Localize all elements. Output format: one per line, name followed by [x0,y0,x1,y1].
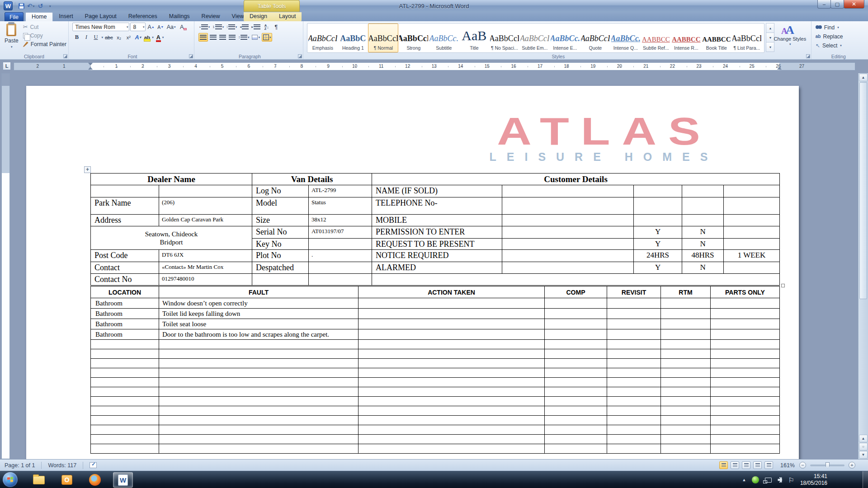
key-no-value[interactable] [309,239,372,250]
find-button[interactable]: Find▾ [816,23,862,32]
italic-button[interactable]: I [82,33,90,42]
align-right-button[interactable] [218,33,227,42]
mobile-label[interactable]: MOBILE [372,215,502,226]
strikethrough-button[interactable]: abc [104,33,114,42]
permission-yes-cell[interactable]: Y [634,226,682,239]
fault-empty-cell[interactable] [359,444,545,454]
blank-cell[interactable] [682,197,724,215]
format-painter-button[interactable]: Format Painter [23,40,66,48]
fault-empty-cell[interactable] [359,435,545,444]
park-name-value[interactable]: (206) [159,197,252,215]
action-taken-cell[interactable] [359,319,545,329]
fault-empty-cell[interactable] [159,359,359,368]
fault-empty-cell[interactable] [607,368,661,378]
permission-value[interactable] [502,226,634,239]
style-chip[interactable]: AaBbCcI ¶ List Para... [731,23,762,52]
fault-empty-cell[interactable] [545,435,607,444]
fault-empty-cell[interactable] [711,349,780,359]
rtm-cell[interactable] [661,309,711,319]
style-chip[interactable]: AaBbCc. Subtitle [429,23,459,52]
style-chip[interactable]: AaBbCc. Intense Q... [610,23,641,52]
revisit-cell[interactable] [607,309,661,319]
font-name-combo[interactable]: Times New Rom▾ [72,23,129,31]
fault-column-header[interactable]: LOCATION [91,286,159,298]
fault-empty-cell[interactable] [545,387,607,397]
replace-button[interactable]: abReplace [816,32,862,41]
fault-empty-cell[interactable] [359,359,545,368]
telephone-label[interactable]: TELEPHONE No- [372,197,502,215]
zoom-slider[interactable] [810,465,844,466]
fault-empty-cell[interactable] [607,406,661,416]
bullets-button[interactable]: •▾ [198,23,211,31]
fault-location-cell[interactable]: Bathroom [91,298,159,309]
file-tab[interactable]: File [5,12,24,21]
notice-24hrs-cell[interactable]: 24HRS [634,250,682,262]
vertical-scrollbar[interactable]: ▲ ▲ ○ ▼ [858,73,868,459]
outline-view-button[interactable] [753,461,762,469]
draft-view-button[interactable] [764,461,773,469]
table-resize-handle[interactable] [781,284,785,287]
shrink-font-button[interactable]: A▼ [156,23,165,31]
alarmed-no-cell[interactable]: N [682,262,724,274]
fault-empty-cell[interactable] [661,435,711,444]
blank-cell[interactable] [372,274,780,286]
fault-empty-cell[interactable] [711,406,780,416]
tray-expand-icon[interactable]: ▲ [742,478,746,482]
comp-cell[interactable] [545,309,607,319]
request-no-cell[interactable]: N [682,239,724,250]
plot-no-value[interactable]: . [309,250,372,262]
show-formatting-button[interactable]: ¶ [272,23,280,31]
fault-description-cell[interactable]: Window doesn’t open correctly [159,298,359,309]
fault-empty-cell[interactable] [607,397,661,406]
size-label[interactable]: Size [252,215,309,226]
start-button[interactable] [3,472,18,487]
fault-empty-cell[interactable] [711,444,780,454]
customer-details-header[interactable]: Customer Details [372,174,780,185]
ribbon-tab[interactable]: Insert [53,12,79,21]
blank-cell[interactable] [682,215,724,226]
horizontal-ruler[interactable] [14,62,855,70]
fault-empty-cell[interactable] [91,378,159,387]
taskbar-clock[interactable]: 15:41 18/05/2016 [800,473,827,487]
fault-empty-cell[interactable] [91,359,159,368]
fault-empty-cell[interactable] [661,444,711,454]
fault-empty-cell[interactable] [607,387,661,397]
fault-column-header[interactable]: REVISIT [607,286,661,298]
style-chip[interactable]: AaBbCcI ¶ Normal [368,23,398,52]
dealer-blank-value[interactable] [159,185,252,197]
previous-page-button[interactable]: ▲ [859,435,868,442]
taskbar-firefox-button[interactable] [85,472,105,488]
blank-cell[interactable] [634,215,682,226]
style-chip[interactable]: AaBbCcI Quote [580,23,610,52]
comp-cell[interactable] [545,319,607,329]
taskbar-word-button[interactable]: W [113,472,133,488]
align-left-button[interactable] [198,33,208,42]
dialog-launcher-icon[interactable] [806,54,810,58]
taskbar-explorer-button[interactable] [29,472,49,488]
style-chip[interactable]: AaB Title [459,23,489,52]
fault-empty-cell[interactable] [607,435,661,444]
change-case-button[interactable]: Aa▾ [166,23,177,31]
fault-empty-cell[interactable] [159,416,359,425]
font-size-combo[interactable]: 8▾ [130,23,146,31]
fault-location-cell[interactable]: Bathroom [91,329,159,340]
fault-description-cell[interactable]: Door to the bathroom is too low and scra… [159,329,359,340]
fault-empty-cell[interactable] [359,368,545,378]
ribbon-tab[interactable]: Page Layout [79,12,123,21]
superscript-button[interactable]: x² [124,33,133,42]
zoom-slider-thumb[interactable] [826,462,830,469]
model-label[interactable]: Model [252,197,309,215]
ribbon-tab[interactable]: Home [25,12,53,21]
fault-empty-cell[interactable] [545,340,607,349]
fault-empty-cell[interactable] [91,349,159,359]
parts-only-cell[interactable] [711,298,780,309]
rtm-cell[interactable] [661,298,711,309]
fault-empty-cell[interactable] [359,425,545,435]
fault-empty-cell[interactable] [545,444,607,454]
fault-empty-cell[interactable] [359,406,545,416]
blank-cell[interactable] [634,185,682,197]
tray-status-icon[interactable] [752,476,759,483]
fault-empty-cell[interactable] [711,397,780,406]
ribbon-context-tab[interactable]: Design [244,12,273,21]
fault-empty-cell[interactable] [159,349,359,359]
